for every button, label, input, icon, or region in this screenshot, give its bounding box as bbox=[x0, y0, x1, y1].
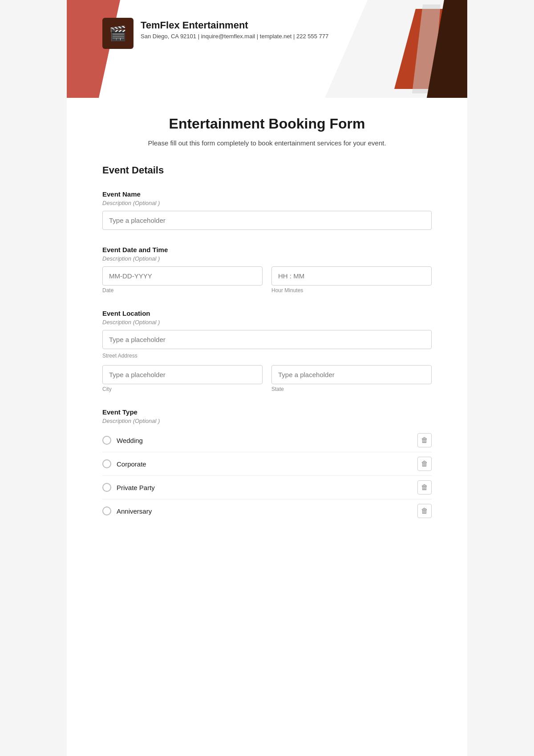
radio-left: Private Party bbox=[102, 483, 155, 492]
section-event-details-title: Event Details bbox=[102, 165, 432, 180]
event-state-sublabel: State bbox=[271, 386, 432, 392]
event-type-option: Private Party 🗑 bbox=[102, 476, 432, 499]
event-datetime-description: Description (Optional ) bbox=[102, 255, 432, 262]
radio-label: Anniversary bbox=[117, 507, 152, 515]
event-datetime-fields: Date Hour Minutes bbox=[102, 266, 432, 294]
event-name-label: Event Name bbox=[102, 190, 432, 198]
event-type-label: Event Type bbox=[102, 408, 432, 416]
event-datetime-label: Event Date and Time bbox=[102, 246, 432, 253]
radio-label: Private Party bbox=[117, 484, 155, 491]
radio-label: Corporate bbox=[117, 460, 146, 468]
delete-option-button[interactable]: 🗑 bbox=[417, 480, 432, 495]
delete-option-button[interactable]: 🗑 bbox=[417, 457, 432, 471]
form-title: Entertainment Booking Form bbox=[102, 116, 432, 132]
form-subtitle: Please fill out this form completely to … bbox=[102, 139, 432, 147]
event-location-address-input[interactable] bbox=[102, 330, 432, 349]
event-datetime-group: Event Date and Time Description (Optiona… bbox=[102, 246, 432, 294]
delete-option-button[interactable]: 🗑 bbox=[417, 433, 432, 447]
event-name-description: Description (Optional ) bbox=[102, 200, 432, 206]
company-info: San Diego, CA 92101 | inquire@temflex.ma… bbox=[141, 33, 328, 40]
event-location-city-state: City State bbox=[102, 365, 432, 392]
header: 🎬 TemFlex Entertainment San Diego, CA 92… bbox=[67, 0, 467, 98]
radio-circle[interactable] bbox=[102, 436, 111, 445]
event-time-sublabel: Hour Minutes bbox=[271, 287, 432, 294]
header-content: 🎬 TemFlex Entertainment San Diego, CA 92… bbox=[102, 18, 328, 49]
event-name-input[interactable] bbox=[102, 211, 432, 230]
event-location-address-sublabel: Street Address bbox=[102, 353, 432, 359]
radio-left: Wedding bbox=[102, 436, 143, 445]
event-city-sublabel: City bbox=[102, 386, 263, 392]
event-type-options: Wedding 🗑 Corporate 🗑 Private Party 🗑 An… bbox=[102, 429, 432, 523]
event-name-group: Event Name Description (Optional ) bbox=[102, 190, 432, 230]
logo-box: 🎬 bbox=[102, 18, 134, 49]
page: 🎬 TemFlex Entertainment San Diego, CA 92… bbox=[67, 0, 467, 756]
event-city-input[interactable] bbox=[102, 365, 263, 384]
event-time-field: Hour Minutes bbox=[271, 266, 432, 294]
event-date-sublabel: Date bbox=[102, 287, 263, 294]
form-body: Entertainment Booking Form Please fill o… bbox=[67, 98, 467, 565]
event-type-description: Description (Optional ) bbox=[102, 418, 432, 424]
radio-circle[interactable] bbox=[102, 483, 111, 492]
company-name: TemFlex Entertainment bbox=[141, 20, 328, 31]
logo-icon: 🎬 bbox=[109, 25, 127, 42]
event-type-option: Corporate 🗑 bbox=[102, 452, 432, 476]
event-location-description: Description (Optional ) bbox=[102, 319, 432, 326]
event-city-field: City bbox=[102, 365, 263, 392]
event-date-input[interactable] bbox=[102, 266, 263, 286]
header-text: TemFlex Entertainment San Diego, CA 9210… bbox=[141, 18, 328, 40]
event-type-option: Anniversary 🗑 bbox=[102, 499, 432, 523]
delete-option-button[interactable]: 🗑 bbox=[417, 504, 432, 518]
radio-left: Anniversary bbox=[102, 507, 152, 515]
event-type-option: Wedding 🗑 bbox=[102, 429, 432, 452]
radio-circle[interactable] bbox=[102, 507, 111, 515]
radio-circle[interactable] bbox=[102, 459, 111, 468]
event-state-field: State bbox=[271, 365, 432, 392]
radio-left: Corporate bbox=[102, 459, 146, 468]
event-location-group: Event Location Description (Optional ) S… bbox=[102, 310, 432, 392]
event-time-input[interactable] bbox=[271, 266, 432, 286]
event-location-label: Event Location bbox=[102, 310, 432, 317]
event-date-field: Date bbox=[102, 266, 263, 294]
header-bg-left bbox=[67, 0, 120, 98]
event-type-group: Event Type Description (Optional ) Weddi… bbox=[102, 408, 432, 523]
radio-label: Wedding bbox=[117, 437, 143, 444]
event-state-input[interactable] bbox=[271, 365, 432, 384]
